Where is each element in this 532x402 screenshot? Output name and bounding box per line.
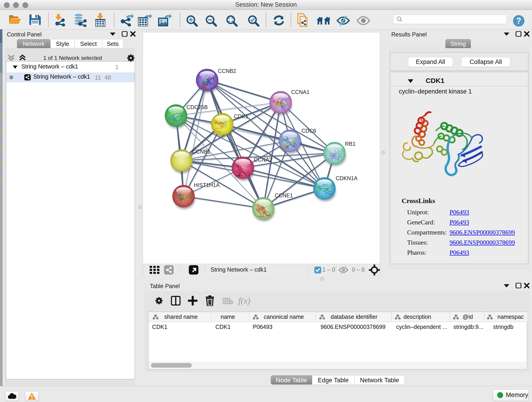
svg-text:CDK1: CDK1 [234,114,248,119]
svg-text:CDC6: CDC6 [302,128,316,134]
svg-text:CDC25B: CDC25B [186,104,208,110]
svg-text:HIST1H1A: HIST1H1A [194,182,220,188]
svg-text:?: ? [516,16,521,26]
svg-text:CCNA2: CCNA2 [254,157,272,163]
svg-text:CCNB1: CCNB1 [192,149,210,155]
svg-text:CCNB2: CCNB2 [218,68,236,74]
svg-text:RB1: RB1 [345,141,355,147]
svg-text:CCNA1: CCNA1 [291,89,310,95]
svg-text:CDKN1A: CDKN1A [336,175,358,181]
svg-text:CCNE1: CCNE1 [275,192,293,198]
